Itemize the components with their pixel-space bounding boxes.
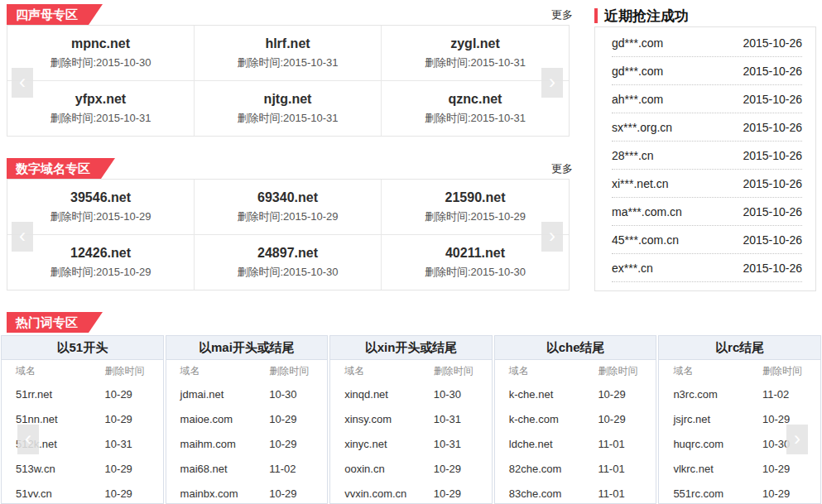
domain-cell[interactable]: ldche.net	[509, 438, 598, 450]
domain-cell[interactable]: k-che.net	[509, 388, 598, 401]
domain-cell[interactable]: 51vv.cn	[16, 487, 105, 500]
domain-cell[interactable]: vlkrc.net	[673, 463, 762, 475]
recent-success-title-text: 近期抢注成功	[604, 7, 689, 26]
domain-cell[interactable]: jdmai.net	[180, 388, 270, 401]
domain-column-header: 域名	[16, 364, 105, 378]
recent-item: 28***.cn2015-10-26	[612, 142, 802, 170]
date-cell: 10-29	[598, 413, 639, 425]
domain-cell[interactable]: mai68.net	[180, 463, 270, 475]
domain-cell[interactable]: 51nn.net	[16, 413, 105, 425]
domain-name[interactable]: 39546.net	[70, 190, 131, 205]
more-link[interactable]: 更多	[551, 161, 573, 176]
recent-date: 2015-10-26	[743, 121, 802, 134]
domain-name[interactable]: 40211.net	[445, 246, 505, 261]
domain-cell[interactable]: 51rr.net	[16, 388, 105, 401]
carousel-prev-button[interactable]: ‹	[12, 68, 33, 98]
domain-cell[interactable]: ooxin.cn	[344, 463, 434, 475]
recent-date: 2015-10-26	[743, 65, 802, 78]
domain-card[interactable]: hlrf.net删除时间:2015-10-31	[195, 26, 382, 81]
delete-time: 删除时间:2015-10-31	[425, 55, 526, 70]
table-row: 51rr.net10-29	[2, 382, 163, 406]
carousel-next-button[interactable]: ›	[786, 425, 808, 454]
domain-cell[interactable]: huqrc.com	[673, 438, 762, 450]
domain-card[interactable]: yfpx.net删除时间:2015-10-31	[7, 81, 195, 136]
table-row: xinqd.net10-30	[330, 382, 492, 406]
domain-name[interactable]: 21590.net	[445, 190, 506, 205]
recent-domain: gd***.com	[612, 65, 663, 78]
recent-domain: ex***.cn	[612, 262, 653, 275]
date-cell: 10-31	[105, 438, 147, 450]
domain-card[interactable]: 12426.net删除时间:2015-10-29	[7, 235, 195, 290]
domain-cell[interactable]: 83che.com	[509, 487, 598, 500]
hot-word-tables: ‹ 以51开头域名删除时间51rr.net10-2951nn.net10-295…	[0, 335, 822, 504]
table-row: 82che.com11-01	[495, 456, 656, 481]
table-row: mainbx.com10-29	[166, 481, 328, 504]
domain-cell[interactable]: xinsy.com	[344, 413, 434, 425]
domain-card[interactable]: mpnc.net删除时间:2015-10-30	[7, 26, 195, 81]
domain-cell[interactable]: maihm.com	[180, 438, 270, 450]
domain-cell[interactable]: 513w.cn	[16, 463, 105, 475]
recent-item: ah***.com2015-10-26	[612, 85, 802, 113]
domain-column-header: 域名	[344, 364, 434, 378]
hot-table-title: 以rc结尾	[659, 336, 820, 360]
delete-time: 删除时间:2015-10-29	[425, 209, 526, 224]
recent-item: 45***.com.cn2015-10-26	[612, 226, 802, 254]
carousel-prev-button[interactable]: ‹	[17, 425, 39, 454]
chevron-right-icon: ›	[549, 224, 555, 247]
domain-name[interactable]: yfpx.net	[75, 92, 126, 107]
domain-column-header: 域名	[509, 364, 598, 378]
domain-name[interactable]: hlrf.net	[265, 36, 310, 51]
domain-name[interactable]: mpnc.net	[71, 36, 130, 51]
domain-cell[interactable]: n3rc.com	[673, 388, 762, 401]
domain-name[interactable]: njtg.net	[264, 92, 312, 107]
domain-cell[interactable]: xinyc.net	[344, 438, 434, 450]
date-cell: 10-29	[105, 413, 147, 425]
carousel-prev-button[interactable]: ‹	[12, 222, 33, 252]
domain-name[interactable]: zygl.net	[450, 36, 500, 51]
section-numeric-zone: 数字域名专区 更多 39546.net删除时间:2015-10-2969340.…	[7, 158, 570, 290]
domain-card[interactable]: njtg.net删除时间:2015-10-31	[195, 81, 382, 136]
hot-table-title: 以che结尾	[495, 336, 656, 360]
domain-name[interactable]: 69340.net	[257, 190, 318, 205]
domain-cell[interactable]: maioe.com	[180, 413, 270, 425]
four-letter-domain-grid: mpnc.net删除时间:2015-10-30hlrf.net删除时间:2015…	[7, 25, 570, 137]
carousel-next-button[interactable]: ›	[541, 68, 563, 98]
domain-card[interactable]: 69340.net删除时间:2015-10-29	[195, 180, 382, 235]
hot-table: 以xin开头或结尾域名删除时间xinqd.net10-30xinsy.com10…	[329, 335, 493, 504]
domain-card[interactable]: 39546.net删除时间:2015-10-29	[7, 180, 195, 235]
domain-cell[interactable]: 82che.com	[509, 463, 598, 475]
domain-marketplace-page: 四声母专区 更多 mpnc.net删除时间:2015-10-30hlrf.net…	[0, 0, 822, 504]
delete-time: 删除时间:2015-10-30	[237, 265, 338, 280]
delete-column-header: 删除时间	[269, 364, 310, 378]
domain-cell[interactable]: xinqd.net	[344, 388, 434, 401]
domain-name[interactable]: qznc.net	[449, 92, 502, 107]
table-row: ldche.net11-01	[495, 431, 656, 456]
recent-item: ma***.com.cn2015-10-26	[612, 198, 802, 226]
domain-card[interactable]: 24897.net删除时间:2015-10-30	[195, 235, 382, 290]
hot-table-title: 以xin开头或结尾	[330, 336, 492, 360]
delete-time: 删除时间:2015-10-31	[50, 111, 151, 126]
recent-item: ex***.cn2015-10-26	[612, 254, 802, 282]
more-link[interactable]: 更多	[551, 7, 573, 22]
delete-time: 删除时间:2015-10-30	[50, 55, 151, 70]
domain-cell[interactable]: 551rc.com	[673, 487, 762, 500]
recent-success-list: gd***.com2015-10-26gd***.com2015-10-26ah…	[594, 26, 816, 291]
hot-table-subheader: 域名删除时间	[659, 360, 820, 382]
domain-name[interactable]: 12426.net	[70, 246, 131, 261]
chevron-left-icon: ‹	[25, 427, 31, 449]
hot-table-title: 以mai开头或结尾	[166, 336, 328, 360]
delete-time: 删除时间:2015-10-31	[237, 111, 338, 126]
table-row: jdmai.net10-30	[166, 382, 328, 406]
table-row: 51vv.cn10-29	[2, 481, 163, 504]
domain-cell[interactable]: vvxin.com.cn	[344, 487, 434, 500]
date-cell: 10-29	[105, 388, 147, 401]
domain-cell[interactable]: jsjrc.net	[673, 413, 762, 425]
delete-column-header: 删除时间	[762, 364, 804, 378]
carousel-next-button[interactable]: ›	[541, 222, 563, 252]
domain-name[interactable]: 24897.net	[257, 246, 318, 261]
domain-cell[interactable]: k-che.com	[509, 413, 598, 425]
domain-cell[interactable]: mainbx.com	[180, 487, 270, 500]
recent-date: 2015-10-26	[743, 93, 802, 106]
table-row: 513w.cn10-29	[2, 456, 163, 481]
recent-domain: gd***.com	[612, 36, 663, 50]
